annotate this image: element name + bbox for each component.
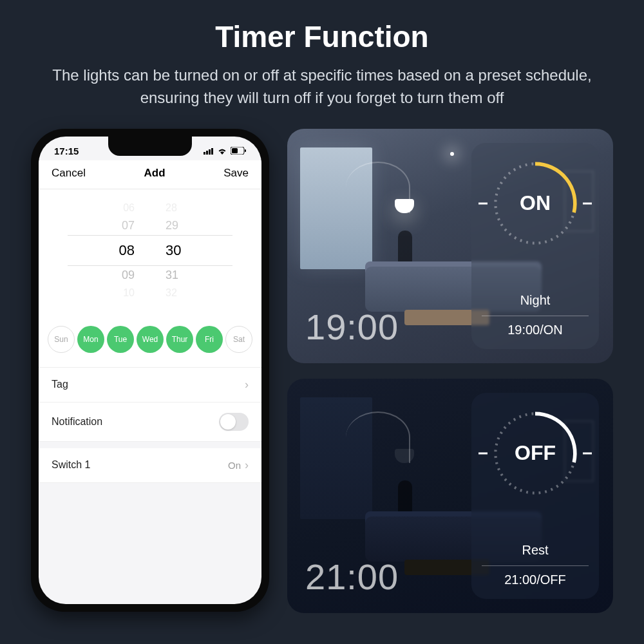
page-title: Timer Function bbox=[39, 19, 605, 54]
panel-on-overlay: ON Night 19:00/ON bbox=[471, 143, 599, 349]
divider bbox=[482, 316, 589, 316]
day-pill-tue[interactable]: Tue bbox=[107, 326, 134, 353]
dial-off-label: OFF bbox=[490, 408, 580, 498]
day-pill-fri[interactable]: Fri bbox=[196, 326, 223, 353]
svg-rect-6 bbox=[245, 149, 246, 152]
content: 17:15 Cancel Add Save bbox=[0, 122, 644, 613]
battery-icon bbox=[231, 146, 246, 156]
svg-rect-5 bbox=[232, 148, 238, 153]
notification-row: Notification bbox=[39, 402, 261, 442]
day-pill-sun[interactable]: Sun bbox=[48, 326, 75, 353]
picker-hour-selected: 08 bbox=[119, 242, 135, 259]
panel-off-detail: 21:00/OFF bbox=[504, 573, 566, 587]
tag-row[interactable]: Tag › bbox=[39, 368, 261, 402]
notification-label: Notification bbox=[52, 416, 102, 428]
nav-title: Add bbox=[144, 167, 166, 180]
panel-on-detail: 19:00/ON bbox=[507, 323, 563, 337]
panel-off: 21:00 OFF Rest 21:00/OFF bbox=[287, 379, 613, 613]
chevron-right-icon: › bbox=[245, 459, 249, 472]
picker-hour: 10 bbox=[123, 287, 135, 299]
picker-hour: 06 bbox=[123, 202, 135, 214]
dial-off: OFF bbox=[490, 408, 580, 498]
phone-screen: 17:15 Cancel Add Save bbox=[39, 137, 261, 604]
dial-on-label: ON bbox=[490, 158, 580, 249]
wifi-icon bbox=[217, 146, 227, 156]
list-spacer bbox=[39, 442, 261, 448]
switch-row[interactable]: Switch 1 On› bbox=[39, 448, 261, 483]
picker-hour: 07 bbox=[122, 219, 135, 232]
dial-on: ON bbox=[490, 158, 580, 249]
picker-min: 32 bbox=[166, 287, 177, 299]
status-icons bbox=[204, 146, 246, 156]
panel-off-overlay: OFF Rest 21:00/OFF bbox=[471, 393, 599, 599]
panel-off-sub: Rest bbox=[522, 543, 548, 558]
chevron-right-icon: › bbox=[245, 378, 249, 392]
day-pill-wed[interactable]: Wed bbox=[137, 326, 164, 353]
panel-on-time: 19:00 bbox=[305, 306, 399, 348]
day-pill-thur[interactable]: Thur bbox=[166, 326, 193, 353]
page-subtitle: The lights can be turned on or off at sp… bbox=[39, 64, 605, 109]
svg-rect-3 bbox=[211, 148, 213, 155]
panel-off-time: 21:00 bbox=[305, 556, 399, 598]
save-button[interactable]: Save bbox=[223, 167, 249, 180]
picker-min-selected: 30 bbox=[166, 242, 181, 259]
status-time: 17:15 bbox=[54, 146, 79, 156]
notification-toggle[interactable] bbox=[219, 413, 249, 431]
cancel-button[interactable]: Cancel bbox=[52, 167, 86, 180]
picker-min: 31 bbox=[166, 269, 178, 282]
panel-on: 19:00 ON Night 19:00/ON bbox=[287, 129, 613, 363]
svg-rect-2 bbox=[209, 149, 211, 155]
panel-on-sub: Night bbox=[520, 293, 551, 308]
picker-min: 29 bbox=[166, 219, 178, 232]
day-pill-mon[interactable]: Mon bbox=[77, 326, 104, 353]
nav-bar: Cancel Add Save bbox=[39, 160, 261, 189]
picker-hour: 09 bbox=[122, 269, 135, 282]
svg-rect-1 bbox=[206, 151, 208, 155]
header: Timer Function The lights can be turned … bbox=[0, 0, 644, 122]
switch-value: On bbox=[228, 460, 241, 471]
day-pill-sat[interactable]: Sat bbox=[225, 326, 252, 353]
divider bbox=[482, 565, 589, 566]
right-column: 19:00 ON Night 19:00/ON bbox=[287, 129, 613, 613]
time-picker[interactable]: 0628 0729 0830 0931 1032 bbox=[39, 189, 261, 312]
picker-min: 28 bbox=[166, 202, 177, 214]
svg-rect-0 bbox=[204, 152, 205, 155]
switch-label: Switch 1 bbox=[52, 459, 90, 471]
phone-notch bbox=[108, 137, 192, 156]
day-picker: SunMonTueWedThurFriSat bbox=[39, 312, 261, 368]
tag-label: Tag bbox=[52, 379, 68, 390]
signal-icon bbox=[204, 146, 214, 156]
phone-frame: 17:15 Cancel Add Save bbox=[31, 129, 269, 612]
